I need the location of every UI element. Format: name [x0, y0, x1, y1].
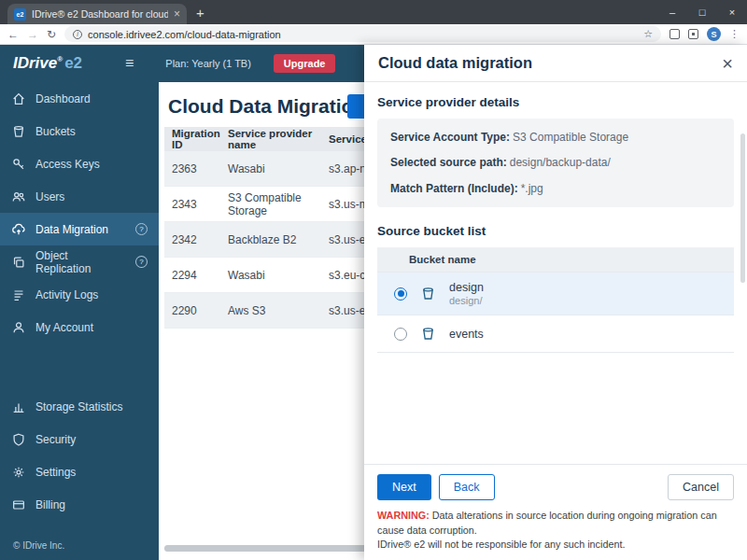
- sidebar-item-label: Data Migration: [35, 223, 108, 236]
- sidebar-item-label: Dashboard: [35, 92, 91, 105]
- url-text: console.idrivee2.com/cloud-data-migratio…: [88, 29, 281, 40]
- detail-match-pattern: Match Pattern (Include):*.jpg: [390, 182, 721, 195]
- browser-toolbar: ← → ↻ i console.idrivee2.com/cloud-data-…: [0, 24, 747, 45]
- sidebar-item-label: Object Replication: [35, 249, 126, 275]
- window-close-button[interactable]: ×: [717, 0, 747, 24]
- migration-drawer: Cloud data migration × Service provider …: [364, 45, 747, 560]
- object-replication-icon: [11, 255, 26, 270]
- detail-account-type: Service Account Type:S3 Compatible Stora…: [390, 131, 721, 144]
- bucket-path: design/: [449, 295, 484, 306]
- detail-value: design/backup-data/: [510, 156, 611, 169]
- warning-text: WARNING: Data alterations in source loca…: [377, 509, 734, 553]
- cell-provider: Wasabi: [228, 269, 329, 282]
- section-title-provider-details: Service provider details: [377, 95, 734, 109]
- sidebar-item-label: Storage Statistics: [35, 400, 122, 413]
- cell-provider: Wasabi: [228, 162, 329, 175]
- upgrade-button[interactable]: Upgrade: [274, 54, 336, 73]
- help-icon[interactable]: ?: [135, 256, 148, 268]
- dashboard-icon: [11, 91, 26, 106]
- close-icon[interactable]: ×: [722, 54, 733, 73]
- forward-icon[interactable]: →: [27, 29, 38, 40]
- cell-migration-id: 2343: [164, 198, 228, 211]
- warning-label: WARNING:: [377, 510, 430, 521]
- new-tab-button[interactable]: +: [196, 5, 204, 21]
- sidebar-item-settings[interactable]: Settings: [0, 455, 159, 488]
- help-icon[interactable]: ?: [135, 223, 148, 235]
- sidebar-secondary-group: Storage Statistics Security Settings Bil…: [0, 390, 159, 521]
- drawer-title: Cloud data migration: [378, 54, 532, 72]
- reload-icon[interactable]: ↻: [47, 29, 56, 40]
- bucket-row-events[interactable]: events: [377, 315, 734, 352]
- browser-tab[interactable]: e2 IDrive® e2 Dashboard for cloud ×: [7, 4, 187, 24]
- data-migration-icon: [11, 222, 26, 237]
- sidebar-item-data-migration[interactable]: Data Migration ?: [0, 213, 159, 245]
- plan-label: Plan: Yearly (1 TB): [165, 58, 251, 69]
- drawer-scrollbar-thumb[interactable]: [740, 133, 745, 283]
- sidebar-item-label: Settings: [35, 466, 76, 479]
- cell-migration-id: 2363: [164, 162, 228, 175]
- cancel-button[interactable]: Cancel: [668, 474, 734, 500]
- bucket-icon: [420, 286, 436, 301]
- cell-migration-id: 2342: [164, 233, 228, 246]
- screen: e2 IDrive® e2 Dashboard for cloud × + – …: [0, 0, 747, 560]
- radio-selected[interactable]: [394, 287, 407, 301]
- bucket-table-header: Bucket name: [377, 247, 734, 272]
- sidebar-item-dashboard[interactable]: Dashboard: [0, 82, 159, 115]
- bucket-row-design[interactable]: design design/: [377, 272, 734, 315]
- tab-title: IDrive® e2 Dashboard for cloud: [32, 8, 168, 20]
- bucket-name: events: [449, 328, 484, 341]
- drawer-footer-buttons: Next Back Cancel: [377, 474, 734, 500]
- cell-provider: Backblaze B2: [228, 233, 329, 246]
- sidebar-item-label: Security: [35, 433, 76, 446]
- radio-unselected[interactable]: [394, 328, 407, 341]
- site-info-icon[interactable]: i: [73, 30, 82, 39]
- address-bar[interactable]: i console.idrivee2.com/cloud-data-migrat…: [64, 26, 661, 42]
- billing-icon: [11, 497, 26, 512]
- shield-icon: [11, 432, 26, 447]
- bucket-icon: [11, 124, 26, 139]
- activity-logs-icon: [11, 287, 26, 302]
- back-button[interactable]: Back: [439, 474, 495, 500]
- detail-label: Service Account Type:: [390, 131, 510, 144]
- sidebar-item-access-keys[interactable]: Access Keys: [0, 147, 159, 180]
- copyright-text: © IDrive Inc.: [13, 540, 64, 551]
- storage-statistics-icon: [11, 399, 26, 414]
- bucket-name-block: design design/: [449, 281, 484, 306]
- sidebar-item-buckets[interactable]: Buckets: [0, 115, 159, 147]
- sidebar-item-security[interactable]: Security: [0, 423, 159, 455]
- profile-avatar[interactable]: S: [707, 27, 721, 41]
- back-icon[interactable]: ←: [7, 29, 19, 40]
- sidebar-item-my-account[interactable]: My Account: [0, 311, 159, 343]
- cell-provider: Aws S3: [228, 304, 329, 317]
- logo-reg-mark: ®: [57, 55, 63, 63]
- sidebar-item-users[interactable]: Users: [0, 180, 159, 213]
- detail-label: Match Pattern (Include):: [390, 182, 518, 195]
- detail-label: Selected source path:: [390, 156, 507, 169]
- bucket-table: Bucket name design design/ events: [377, 247, 734, 353]
- drawer-body: Service provider details Service Account…: [364, 82, 747, 353]
- idrive-e2-logo: IDrive®e2: [0, 54, 120, 73]
- sidebar-item-storage-statistics[interactable]: Storage Statistics: [0, 390, 159, 423]
- users-icon: [11, 189, 26, 204]
- next-button[interactable]: Next: [377, 474, 431, 500]
- column-migration-id: Migration ID: [164, 128, 228, 150]
- window-maximize-button[interactable]: □: [687, 0, 717, 24]
- browser-menu-icon[interactable]: ⋮: [729, 28, 740, 40]
- browser-tabstrip: e2 IDrive® e2 Dashboard for cloud × + – …: [0, 0, 747, 24]
- drawer-header: Cloud data migration ×: [364, 45, 747, 82]
- gear-icon: [11, 465, 26, 480]
- side-panel-icon[interactable]: [669, 29, 680, 39]
- sidebar-item-billing[interactable]: Billing: [0, 488, 159, 521]
- cell-provider: S3 Compatible Storage: [228, 191, 329, 217]
- tab-close-icon[interactable]: ×: [174, 8, 180, 20]
- sidebar-item-activity-logs[interactable]: Activity Logs: [0, 278, 159, 311]
- sidebar-item-object-replication[interactable]: Object Replication ?: [0, 245, 159, 278]
- sidebar-item-label: Buckets: [35, 125, 76, 138]
- window-minimize-button[interactable]: –: [657, 0, 687, 24]
- hamburger-menu-icon[interactable]: ≡: [125, 55, 134, 72]
- drawer-footer: Next Back Cancel WARNING: Data alteratio…: [364, 464, 747, 560]
- extensions-icon[interactable]: [688, 29, 698, 39]
- sidebar-item-label: Access Keys: [35, 158, 100, 171]
- warning-line2: IDrive® e2 will not be responsible for a…: [377, 539, 625, 550]
- bookmark-star-icon[interactable]: ☆: [643, 28, 653, 40]
